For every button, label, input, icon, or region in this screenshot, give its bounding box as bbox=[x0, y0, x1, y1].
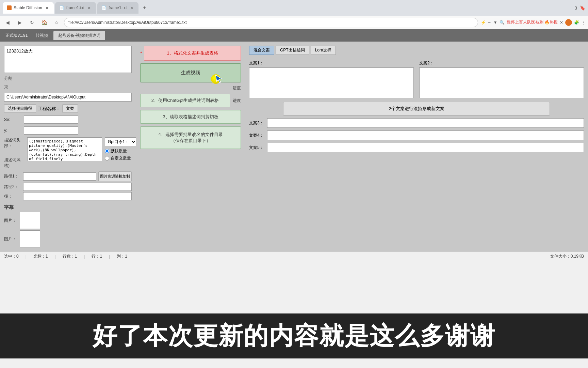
copy1-textarea[interactable] bbox=[249, 67, 414, 98]
copy5-label: 文案5： bbox=[249, 145, 264, 151]
generate-video-btn[interactable]: 生成视频 bbox=[140, 63, 241, 82]
copy3-input[interactable] bbox=[267, 118, 584, 128]
copy2-textarea[interactable] bbox=[419, 67, 584, 98]
status-cursor: 光标：1 bbox=[33, 254, 48, 259]
progress-2-label: 进度 bbox=[233, 98, 241, 104]
minimize-btn[interactable]: — bbox=[581, 33, 585, 38]
dropdown-icon[interactable]: ▼ bbox=[493, 20, 497, 25]
hot-news-text: 性停上百人队医被刺 🔥热搜 bbox=[507, 19, 558, 25]
forward-btn[interactable]: ▶ bbox=[15, 18, 24, 27]
select-project-btn[interactable]: 选择项目路径 bbox=[4, 104, 36, 113]
reload-btn[interactable]: ↻ bbox=[27, 18, 37, 27]
lora-path2-input[interactable] bbox=[23, 183, 132, 191]
prompt-style-label: 描述词风格) bbox=[4, 157, 24, 169]
copy4-label: 文案4： bbox=[249, 133, 264, 138]
se-label: Se: bbox=[4, 117, 21, 122]
main-textarea[interactable] bbox=[4, 46, 132, 73]
tab-gpt[interactable]: GPT出描述词 bbox=[276, 46, 309, 55]
tab1-label: Stable Diffusion bbox=[14, 5, 42, 10]
tab-frame1-txt-1[interactable]: 📄 frame1.txt ✕ bbox=[55, 2, 96, 14]
asterisk: * bbox=[140, 50, 142, 56]
browser-tabs-bar: Stable Diffusion ✕ 📄 frame1.txt ✕ 📄 fram… bbox=[0, 0, 588, 16]
tab-stable-diffusion[interactable]: Stable Diffusion ✕ bbox=[3, 2, 54, 14]
prompt-content bbox=[27, 137, 102, 161]
subtitle-box-2 bbox=[20, 230, 40, 247]
quality-gpt-section: Gpt口令1： 默认质量 自定义质量 bbox=[105, 137, 136, 161]
subtitle-label: 字幕 bbox=[4, 204, 132, 211]
status-selected: 选中：0 bbox=[4, 254, 19, 259]
app-tab-subtitle[interactable]: 起号必备-视频转描述词 bbox=[53, 31, 105, 40]
y-input[interactable] bbox=[24, 126, 78, 135]
chatgpt-btn[interactable]: 2、使用ChatGpt生成描述词到表格 bbox=[140, 94, 230, 107]
copy1-section: 文案1： bbox=[249, 60, 414, 99]
new-tab-btn[interactable]: + bbox=[140, 3, 149, 13]
extensions-icon[interactable]: 🧩 bbox=[574, 20, 579, 25]
tab2-close[interactable]: ✕ bbox=[86, 5, 92, 11]
divide-label1: 分割 bbox=[4, 76, 12, 81]
lora-path-input[interactable] bbox=[23, 192, 132, 200]
copy2-section: 文案2： bbox=[419, 60, 584, 99]
address-bar: ◀ ▶ ↻ 🏠 ☆ ⚡ ··· ▼ 🔍 性停上百人队医被刺 🔥热搜 ✕ 🧩 ⋮ bbox=[0, 16, 588, 29]
back-btn[interactable]: ◀ bbox=[3, 18, 12, 27]
copy3-label: 文案3： bbox=[249, 120, 264, 126]
lightning-icon: ⚡ bbox=[481, 20, 486, 25]
gpt-select[interactable]: Gpt口令1： bbox=[105, 137, 136, 146]
app-version: 正式版v1.91 bbox=[3, 33, 30, 39]
main-panel: 分割 束 选择项目路径 工程名称： 文案 Se: y: 描述词头部： 描 bbox=[0, 42, 588, 251]
chatgpt-row: 2、使用ChatGpt生成描述词到表格 进度 bbox=[140, 94, 241, 107]
subtitle-img2-label: 图片： bbox=[4, 236, 18, 242]
copy1-label: 文案1： bbox=[249, 60, 414, 66]
copy5-input[interactable] bbox=[267, 143, 584, 152]
copy-12-row: 文案1： 文案2： bbox=[249, 60, 584, 99]
tab-frame1-txt-2[interactable]: 📄 frame1.txt ✕ bbox=[97, 2, 138, 14]
sd-icon bbox=[7, 5, 12, 10]
radio-default-quality[interactable]: 默认质量 bbox=[105, 148, 131, 154]
lora-path-label: 径： bbox=[4, 194, 21, 199]
app-bar: 正式版v1.91 转视频 起号必备-视频转描述词 — bbox=[0, 29, 588, 42]
subtitle-row-2: 图片： bbox=[4, 230, 132, 247]
profile-icon[interactable] bbox=[565, 19, 572, 26]
lora-path1-input[interactable] bbox=[23, 172, 96, 181]
app-tab-video[interactable]: 转视频 bbox=[31, 31, 53, 40]
more-btn[interactable]: ··· bbox=[488, 20, 491, 25]
tab1-close[interactable]: ✕ bbox=[44, 5, 50, 11]
lora-path1-label: 路径1： bbox=[4, 173, 21, 179]
subtitle-row-1: 图片： bbox=[4, 212, 132, 229]
radio-custom-quality[interactable]: 自定义质量 bbox=[105, 155, 131, 161]
copy4-input[interactable] bbox=[267, 131, 584, 140]
tab-lora[interactable]: Lora选择 bbox=[311, 46, 336, 55]
star-btn[interactable]: ☆ bbox=[52, 18, 61, 27]
mix-btn[interactable]: 2个文案进行混搭形成新文案 bbox=[283, 102, 550, 116]
svg-marker-0 bbox=[216, 74, 222, 83]
read-table-btn[interactable]: 3、读取表格描述词到剪切板 bbox=[140, 110, 241, 124]
lora-path2-label: 路径2： bbox=[4, 184, 21, 190]
quality-custom-label: 自定义质量 bbox=[111, 155, 131, 161]
copy4-row: 文案4： bbox=[249, 131, 584, 140]
file-icon-1: 📄 bbox=[59, 5, 64, 10]
home-btn[interactable]: 🏠 bbox=[39, 18, 49, 27]
copy2-label: 文案2： bbox=[419, 60, 584, 66]
menu-icon[interactable]: ⋮ bbox=[581, 20, 585, 25]
subtitle-section: 字幕 图片： 图片： bbox=[4, 204, 132, 247]
divide-label2: 束 bbox=[4, 85, 8, 89]
tab-mix[interactable]: 混合文案 bbox=[249, 46, 274, 55]
toolbar-right: ⚡ ··· ▼ 🔍 性停上百人队医被刺 🔥热搜 ✕ 🧩 ⋮ bbox=[481, 19, 585, 26]
prompt-textarea[interactable] bbox=[27, 137, 102, 161]
left-panel: 分割 束 选择项目路径 工程名称： 文案 Se: y: 描述词头部： 描 bbox=[0, 42, 136, 251]
lora-section: 路径1： 图片资源随机复制 路径2： 径： bbox=[4, 171, 132, 200]
address-input[interactable] bbox=[64, 18, 478, 27]
copy-draft-btn[interactable]: 文案 bbox=[62, 104, 78, 113]
copy-img-btn[interactable]: 图片资源随机复制 bbox=[98, 171, 132, 181]
path-input[interactable] bbox=[4, 93, 132, 102]
batch-rename-btn[interactable]: 4、选择需要批量改名的文件目录 （保存在原目录下） bbox=[140, 126, 241, 149]
tab2-label: frame1.txt bbox=[66, 5, 84, 10]
format-btn[interactable]: 1、格式化文案并生成表格 bbox=[144, 46, 241, 61]
close-icon[interactable]: ✕ bbox=[560, 20, 563, 25]
overlay-banner: 好了本次更新的内容就是这么多谢谢 bbox=[0, 313, 588, 358]
se-input[interactable] bbox=[24, 116, 78, 124]
status-col: 列：1 bbox=[117, 254, 127, 259]
path-row bbox=[4, 93, 132, 102]
tab3-close[interactable]: ✕ bbox=[129, 5, 134, 11]
prompt-section: 描述词头部： 描述词风格) Gpt口令1： 默认质量 自定义质量 bbox=[4, 137, 132, 169]
generate-video-wrapper: 生成视频 bbox=[140, 63, 241, 82]
